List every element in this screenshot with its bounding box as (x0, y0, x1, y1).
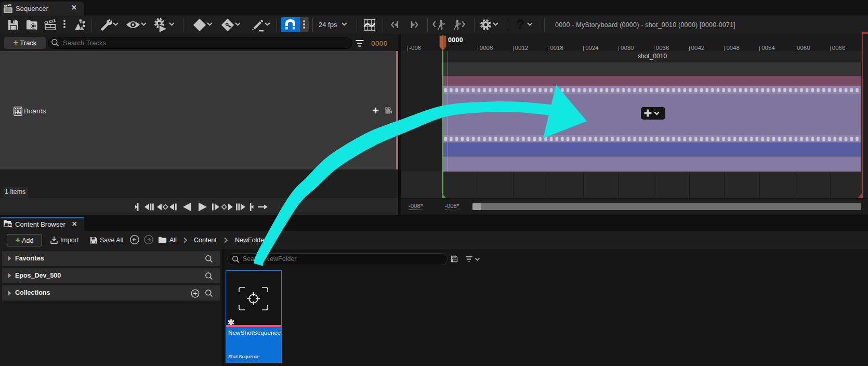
svg-text:?: ? (516, 17, 524, 32)
svg-text:24 fps: 24 fps (319, 21, 337, 29)
svg-text:0000 - MyStoryboard (0000) - s: 0000 - MyStoryboard (0000) - shot_0010 (… (555, 21, 735, 29)
